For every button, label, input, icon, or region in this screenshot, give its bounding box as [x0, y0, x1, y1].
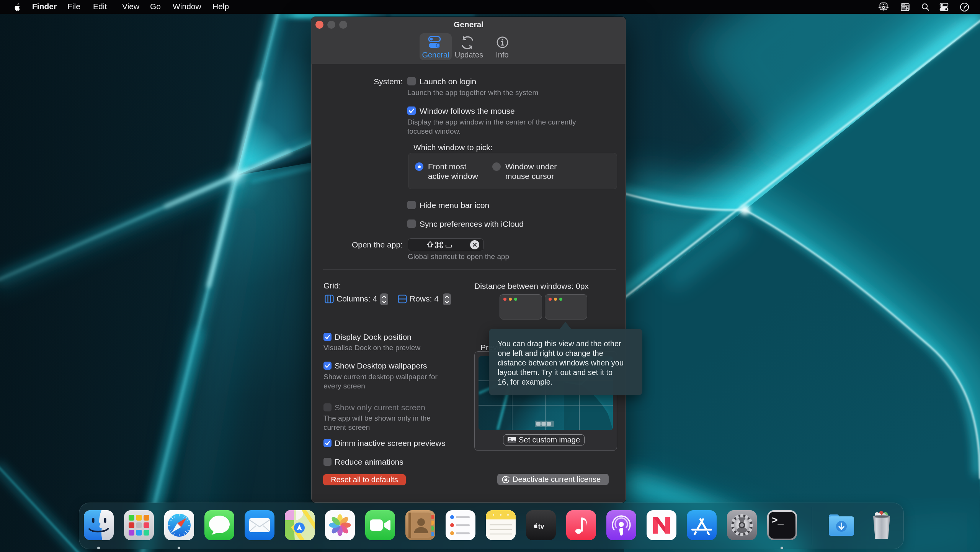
svg-text:tv: tv: [538, 523, 545, 530]
svg-text:>_: >_: [772, 515, 784, 526]
